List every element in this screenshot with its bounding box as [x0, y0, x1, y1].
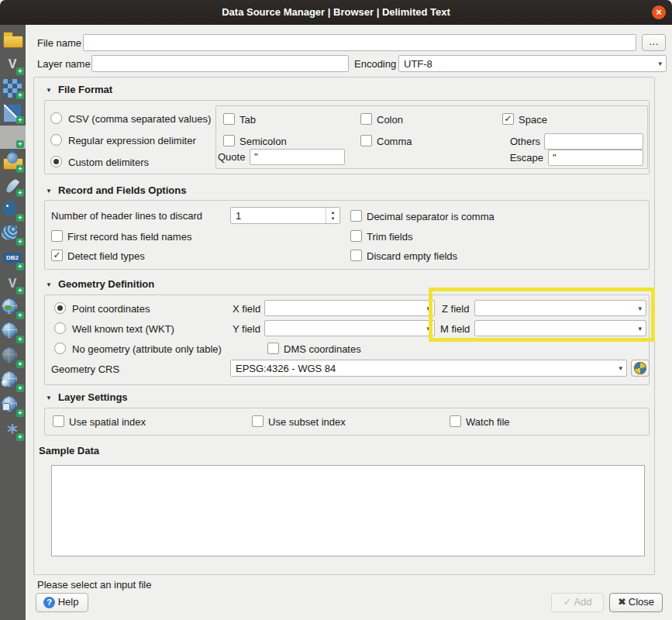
sidebar-item-browser[interactable] [0, 28, 26, 51]
no-geometry-radio[interactable] [54, 343, 66, 354]
plus-badge-icon: + [16, 360, 24, 368]
geometry-header[interactable]: Geometry Definition [58, 278, 154, 291]
dropdown-arrow-icon: ▾ [658, 60, 662, 67]
custom-delimiters-radio[interactable] [50, 156, 62, 167]
detect-field-types-checkbox[interactable]: ✓ [51, 250, 63, 261]
close-button[interactable]: ✖Close [609, 593, 663, 612]
layer-settings-header[interactable]: Layer Settings [58, 391, 128, 404]
decimal-comma-checkbox[interactable] [350, 210, 362, 222]
first-record-label: First record has field names [67, 231, 191, 243]
oracle-icon [2, 226, 17, 240]
x-field-label: X field [233, 303, 260, 315]
file-name-input[interactable] [83, 34, 636, 51]
check-icon: ✓ [53, 250, 60, 260]
close-button-label: Close [629, 596, 654, 608]
spin-down-icon[interactable]: ▾ [326, 215, 339, 222]
add-button-label: Add [574, 596, 591, 608]
y-field-label: Y field [233, 323, 260, 336]
quote-input[interactable] [250, 149, 345, 165]
collapse-arrow-icon[interactable]: ▼ [46, 188, 52, 195]
sidebar-item-spatialite[interactable]: + [0, 174, 26, 198]
plus-badge-icon: + [16, 67, 24, 75]
colon-label: Colon [377, 114, 403, 126]
space-checkbox[interactable]: ✓ [502, 113, 514, 125]
sample-data-table[interactable] [51, 465, 645, 556]
regex-delimiter-radio[interactable] [50, 134, 62, 146]
sidebar-item-arcgis-map-server[interactable]: + [0, 370, 26, 393]
sidebar-item-db2[interactable]: DB2+ [0, 248, 26, 271]
others-label: Others [500, 136, 540, 148]
escape-input[interactable] [548, 150, 643, 166]
semicolon-label: Semicolon [240, 136, 287, 148]
plus-badge-icon: + [16, 336, 24, 343]
add-button[interactable]: ✓Add [551, 593, 604, 612]
sample-data-label: Sample Data [39, 445, 99, 457]
help-icon: ? [43, 597, 55, 608]
z-field-combo[interactable]: ▾ [474, 300, 646, 316]
close-x-icon: ✖ [618, 596, 626, 608]
sidebar-item-wms[interactable]: + [0, 297, 26, 320]
watch-file-label: Watch file [466, 416, 510, 429]
point-coordinates-radio[interactable] [54, 302, 66, 314]
collapse-arrow-icon[interactable]: ▼ [46, 394, 52, 401]
dropdown-arrow-icon: ▾ [638, 324, 642, 332]
csv-radio[interactable] [50, 112, 62, 124]
plus-badge-icon: + [16, 116, 24, 124]
m-field-combo[interactable]: ▾ [474, 320, 646, 336]
others-input[interactable] [544, 133, 643, 150]
select-crs-button[interactable] [631, 360, 650, 377]
header-lines-label: Number of header lines to discard [51, 210, 202, 222]
sidebar-item-raster[interactable]: + [0, 77, 26, 100]
encoding-combo[interactable]: UTF-8 ▾ [398, 55, 667, 72]
plus-badge-icon: + [16, 287, 24, 294]
sidebar-item-wcs[interactable]: + [0, 346, 26, 369]
spatial-index-label: Use spatial index [69, 416, 146, 429]
discard-empty-checkbox[interactable] [350, 250, 362, 261]
wms-globe-icon [2, 298, 17, 314]
geometry-crs-combo[interactable]: EPSG:4326 - WGS 84 ▾ [230, 360, 627, 377]
help-button[interactable]: ? Help [36, 593, 88, 612]
z-field-label: Z field [442, 303, 469, 315]
watch-file-checkbox[interactable] [450, 415, 461, 427]
wkt-radio[interactable] [54, 322, 66, 334]
spatial-index-checkbox[interactable] [53, 415, 64, 427]
discard-empty-label: Discard empty fields [367, 250, 457, 263]
subset-index-checkbox[interactable] [252, 415, 264, 427]
arcgis-map-server-icon [2, 371, 17, 387]
dms-coordinates-checkbox[interactable] [267, 343, 279, 354]
sidebar-item-mesh[interactable]: + [0, 102, 26, 125]
quote-label: Quote [218, 151, 245, 164]
sidebar-item-arcgis-feature-server[interactable]: + [0, 394, 26, 418]
plus-badge-icon: + [16, 384, 24, 392]
header-lines-spinbox[interactable]: 1 ▴ ▾ [230, 207, 340, 224]
regex-delimiter-label: Regular expression delimiter [68, 135, 196, 147]
wcs-globe-icon [2, 347, 17, 363]
plus-badge-icon: + [16, 91, 24, 99]
sidebar-item-delimited-text[interactable]: ,+ [0, 126, 26, 149]
sidebar-item-postgresql[interactable]: + [0, 199, 26, 222]
trim-fields-checkbox[interactable] [350, 230, 362, 242]
source-type-sidebar: V+ + + ,+ + + + + DB2+ V+ + + + + + *+ [0, 25, 26, 620]
sidebar-item-geopackage[interactable]: + [0, 150, 26, 174]
sidebar-item-wfs[interactable]: + [0, 321, 26, 344]
sidebar-item-virtual-layer[interactable]: V+ [0, 272, 26, 295]
semicolon-checkbox[interactable] [223, 135, 235, 146]
window-close-button[interactable]: × [652, 5, 666, 19]
tab-checkbox[interactable] [223, 113, 235, 125]
sidebar-item-vector[interactable]: V+ [0, 53, 26, 76]
layer-name-input[interactable] [91, 55, 349, 72]
y-field-combo[interactable]: ▾ [264, 320, 435, 336]
browse-button[interactable]: … [642, 34, 666, 51]
sidebar-item-oracle[interactable]: + [0, 223, 26, 246]
status-message: Please select an input file [37, 579, 151, 591]
x-field-combo[interactable]: ▾ [264, 300, 435, 316]
record-fields-header[interactable]: Record and Fields Options [58, 184, 186, 197]
collapse-arrow-icon[interactable]: ▼ [46, 87, 52, 94]
colon-checkbox[interactable] [360, 113, 372, 125]
first-record-checkbox[interactable] [51, 230, 63, 242]
file-format-header[interactable]: File Format [58, 84, 112, 96]
comma-checkbox[interactable] [360, 135, 372, 146]
collapse-arrow-icon[interactable]: ▼ [46, 281, 52, 288]
geometry-crs-value: EPSG:4326 - WGS 84 [236, 362, 336, 375]
sidebar-item-geonode[interactable]: *+ [0, 418, 26, 442]
